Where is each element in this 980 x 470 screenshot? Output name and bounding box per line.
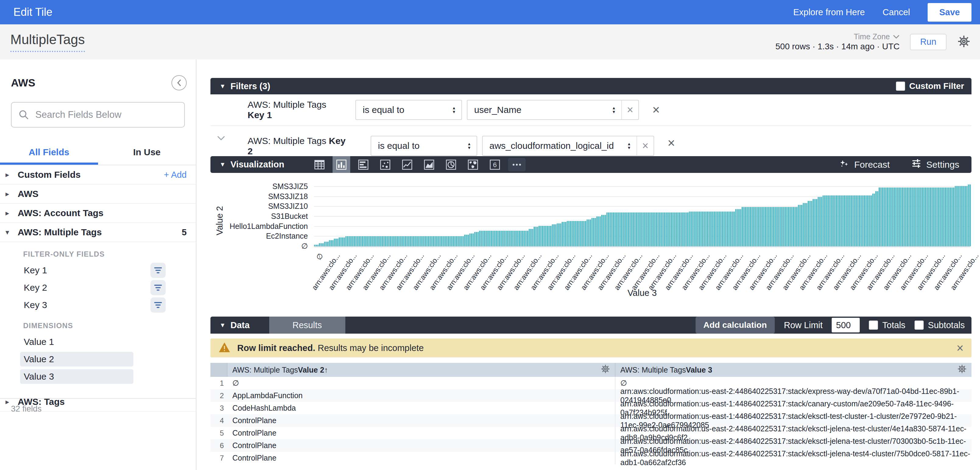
bar[interactable] — [947, 187, 948, 246]
bar[interactable] — [345, 236, 347, 246]
bar[interactable] — [619, 213, 620, 246]
bar[interactable] — [940, 187, 941, 246]
bar[interactable] — [385, 236, 386, 246]
chart-type-table-icon[interactable] — [311, 156, 328, 173]
bar[interactable] — [644, 213, 645, 246]
bar[interactable] — [832, 195, 834, 246]
bar[interactable] — [659, 213, 660, 246]
bar[interactable] — [966, 186, 967, 246]
collapse-sidebar-button[interactable] — [172, 75, 187, 91]
bar[interactable] — [945, 187, 946, 246]
bar[interactable] — [410, 236, 411, 246]
chart-type-area-chart-icon[interactable] — [420, 156, 438, 173]
dismiss-warning-button[interactable]: × — [956, 341, 964, 355]
bar[interactable] — [707, 211, 708, 246]
bar[interactable] — [436, 236, 438, 246]
bar[interactable] — [522, 231, 523, 246]
bar[interactable] — [862, 195, 863, 246]
bar[interactable] — [587, 219, 588, 246]
bar[interactable] — [717, 211, 718, 246]
bar[interactable] — [608, 213, 609, 246]
bar[interactable] — [793, 207, 794, 246]
bar[interactable] — [393, 236, 395, 246]
sidebar-group-custom-fields[interactable]: ▸Custom Fields+ Add — [0, 165, 196, 184]
custom-filter-checkbox[interactable] — [896, 82, 905, 91]
query-settings-gear-icon[interactable] — [957, 34, 971, 49]
bar[interactable] — [756, 207, 758, 246]
bar[interactable] — [466, 235, 467, 246]
bar[interactable] — [634, 213, 636, 246]
tab-all-fields[interactable]: All Fields — [0, 147, 98, 165]
bar[interactable] — [575, 221, 576, 246]
bar[interactable] — [487, 231, 488, 246]
bar[interactable] — [718, 211, 720, 246]
bar[interactable] — [443, 236, 444, 246]
bar[interactable] — [581, 221, 582, 246]
selected-field-pill[interactable]: Value 3 — [20, 369, 134, 384]
bar[interactable] — [537, 227, 538, 246]
add-calculation-button[interactable]: Add calculation — [695, 317, 775, 333]
bar[interactable] — [654, 213, 655, 246]
bar[interactable] — [892, 187, 893, 246]
bar[interactable] — [702, 211, 703, 246]
bar[interactable] — [349, 236, 350, 246]
bar[interactable] — [801, 205, 802, 246]
bar[interactable] — [938, 187, 939, 246]
bar[interactable] — [864, 195, 865, 246]
bar[interactable] — [340, 237, 342, 246]
bar[interactable] — [643, 213, 644, 246]
bar[interactable] — [335, 239, 337, 246]
bar[interactable] — [872, 194, 873, 246]
bar[interactable] — [464, 235, 465, 246]
bar[interactable] — [628, 213, 629, 246]
bar[interactable] — [428, 236, 429, 246]
bar[interactable] — [964, 186, 966, 246]
clear-value-button[interactable]: × — [636, 137, 654, 155]
bar[interactable] — [875, 191, 877, 246]
bar[interactable] — [499, 231, 500, 246]
bar[interactable] — [836, 195, 837, 246]
bar[interactable] — [489, 231, 490, 246]
bar[interactable] — [321, 243, 322, 246]
remove-filter-button[interactable]: × — [668, 136, 675, 150]
bar[interactable] — [520, 231, 522, 246]
bar[interactable] — [618, 213, 619, 246]
bar[interactable] — [353, 236, 355, 246]
bar[interactable] — [382, 236, 383, 246]
bar[interactable] — [969, 184, 970, 246]
bar[interactable] — [606, 213, 608, 246]
bar[interactable] — [583, 221, 584, 246]
bar[interactable] — [815, 199, 816, 246]
bar[interactable] — [468, 235, 469, 246]
bar[interactable] — [444, 236, 445, 246]
bar[interactable] — [877, 191, 878, 246]
field-item-value-3[interactable]: Value 3 — [0, 368, 196, 385]
bar[interactable] — [740, 209, 741, 246]
bar[interactable] — [378, 236, 379, 246]
bar[interactable] — [753, 207, 754, 246]
bar[interactable] — [611, 213, 612, 246]
clear-value-button[interactable]: × — [621, 100, 638, 119]
save-button[interactable]: Save — [928, 3, 972, 22]
bar[interactable] — [358, 236, 360, 246]
bar[interactable] — [745, 207, 746, 246]
bar[interactable] — [933, 187, 934, 246]
bar[interactable] — [610, 213, 611, 246]
bar[interactable] — [408, 236, 409, 246]
bar[interactable] — [623, 213, 624, 246]
bar[interactable] — [956, 186, 958, 246]
bar[interactable] — [456, 236, 457, 246]
bar[interactable] — [372, 236, 373, 246]
bar[interactable] — [907, 187, 908, 246]
bar[interactable] — [950, 187, 951, 246]
bar[interactable] — [859, 195, 860, 246]
bar[interactable] — [595, 218, 596, 246]
bar[interactable] — [613, 213, 614, 246]
bar[interactable] — [861, 195, 862, 246]
bar[interactable] — [741, 207, 743, 246]
bar[interactable] — [391, 236, 393, 246]
bar[interactable] — [344, 237, 345, 246]
bar[interactable] — [631, 213, 632, 246]
bar[interactable] — [332, 240, 334, 246]
bar[interactable] — [626, 213, 627, 246]
